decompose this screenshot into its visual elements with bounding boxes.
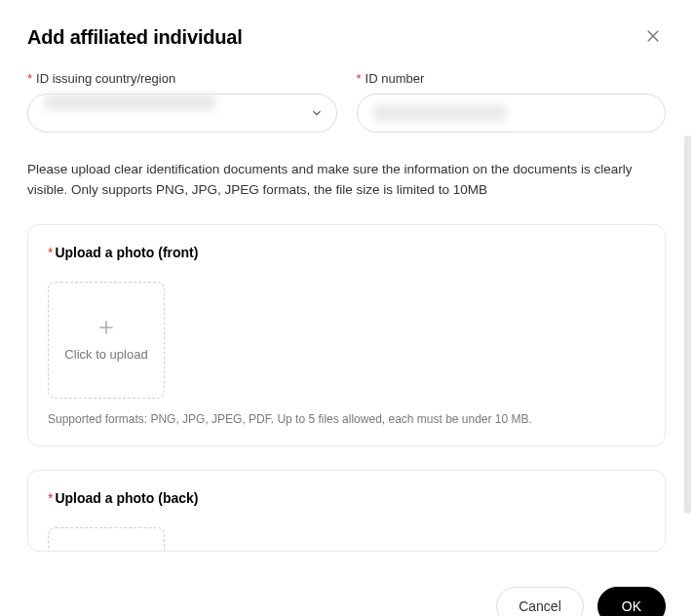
- ok-button[interactable]: OK: [597, 587, 666, 616]
- upload-front-label: *Upload a photo (front): [48, 245, 645, 260]
- required-mark: *: [48, 245, 53, 260]
- id-fields-row: *ID issuing country/region *ID number: [27, 71, 666, 133]
- modal-title: Add affiliated individual: [27, 26, 243, 49]
- modal-body-wrap: *ID issuing country/region *ID number: [0, 67, 693, 571]
- upload-front-card: *Upload a photo (front) Click to upload …: [27, 224, 666, 446]
- upload-back-button[interactable]: [48, 527, 165, 552]
- upload-instructions: Please upload clear identification docum…: [27, 160, 666, 201]
- upload-front-text: Click to upload: [58, 347, 153, 362]
- country-select[interactable]: [27, 94, 337, 133]
- modal-body: *ID issuing country/region *ID number: [0, 67, 693, 571]
- cancel-button[interactable]: Cancel: [496, 587, 584, 616]
- upload-front-label-text: Upload a photo (front): [55, 245, 198, 260]
- upload-front-button[interactable]: Click to upload: [48, 282, 165, 399]
- upload-back-card: *Upload a photo (back): [27, 470, 666, 552]
- plus-icon: [96, 318, 116, 337]
- country-label-text: ID issuing country/region: [36, 71, 175, 86]
- country-value-redacted: [44, 95, 215, 110]
- modal-header: Add affiliated individual: [0, 0, 693, 67]
- add-affiliated-modal: Add affiliated individual *ID issuing co…: [0, 0, 693, 616]
- close-button[interactable]: [640, 23, 666, 52]
- country-field: *ID issuing country/region: [27, 71, 337, 133]
- idnumber-input[interactable]: [357, 94, 667, 133]
- upload-front-support: Supported formats: PNG, JPG, JPEG, PDF. …: [48, 412, 645, 426]
- upload-back-label-text: Upload a photo (back): [55, 490, 198, 506]
- idnumber-input-wrap: [357, 94, 667, 133]
- idnumber-label-text: ID number: [366, 71, 425, 86]
- required-mark: *: [357, 71, 362, 86]
- required-mark: *: [48, 490, 53, 506]
- required-mark: *: [27, 71, 32, 86]
- close-icon: [644, 27, 662, 48]
- modal-footer: Cancel OK: [0, 571, 693, 616]
- idnumber-value-redacted: [373, 105, 506, 121]
- upload-back-label: *Upload a photo (back): [48, 490, 645, 506]
- scrollbar[interactable]: [684, 135, 691, 514]
- idnumber-field: *ID number: [357, 71, 667, 133]
- country-select-wrap: [27, 94, 337, 133]
- country-label: *ID issuing country/region: [27, 71, 337, 86]
- idnumber-label: *ID number: [357, 71, 667, 86]
